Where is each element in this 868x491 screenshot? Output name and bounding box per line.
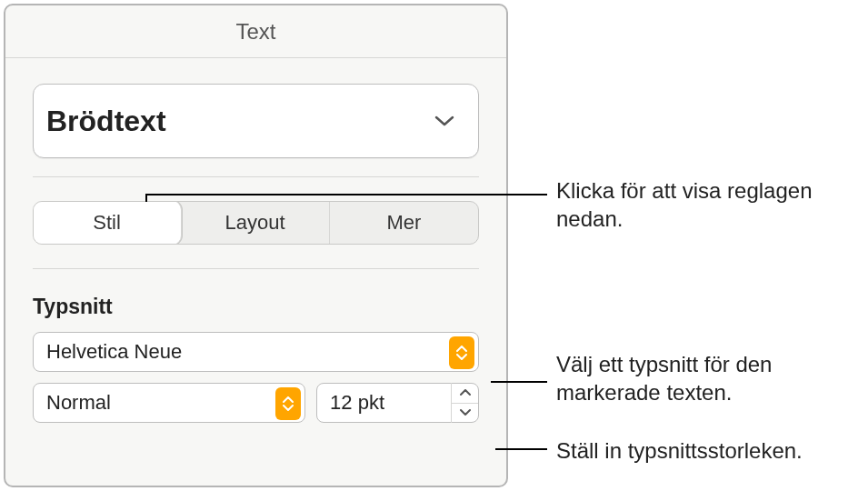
tab-layout-label: Layout: [224, 211, 284, 235]
callout-line: [495, 448, 547, 450]
panel-title-label: Text: [235, 19, 275, 45]
font-size-stepper[interactable]: 12 pkt: [316, 383, 479, 423]
font-weight-value: Normal: [46, 391, 111, 415]
font-section-label: Typsnitt: [33, 295, 479, 319]
chevron-down-icon: [433, 114, 456, 128]
callout-font: Välj ett typsnitt för den markerade text…: [556, 350, 856, 406]
font-weight-select[interactable]: Normal: [33, 383, 305, 423]
tab-layout[interactable]: Layout: [181, 202, 330, 244]
paragraph-style-label: Brödtext: [46, 105, 166, 138]
callout-line: [491, 381, 547, 383]
callout-tabs: Klicka för att visa reglagen nedan.: [556, 176, 856, 233]
stepper-arrows: [451, 383, 478, 423]
divider: [33, 268, 479, 269]
callout-size: Ställ in typsnittsstorleken.: [556, 436, 865, 465]
paragraph-style-dropdown[interactable]: Brödtext: [33, 84, 479, 158]
popup-arrows-icon: [449, 336, 474, 369]
tab-more[interactable]: Mer: [330, 202, 478, 244]
font-size-value: 12 pkt: [330, 391, 384, 415]
divider: [33, 176, 479, 177]
stepper-up[interactable]: [452, 383, 478, 404]
callout-line: [145, 194, 547, 195]
panel-title: Text: [5, 5, 506, 58]
stepper-down[interactable]: [452, 404, 478, 424]
text-inspector-panel: Text Brödtext Stil Layout Mer Typsnitt H…: [4, 4, 508, 487]
tab-style[interactable]: Stil: [33, 201, 182, 245]
font-family-value: Helvetica Neue: [46, 340, 182, 364]
tab-more-label: Mer: [387, 211, 422, 235]
popup-arrows-icon: [275, 387, 301, 420]
tab-style-label: Stil: [93, 211, 121, 235]
tabs: Stil Layout Mer: [33, 201, 479, 245]
font-family-select[interactable]: Helvetica Neue: [33, 332, 479, 372]
